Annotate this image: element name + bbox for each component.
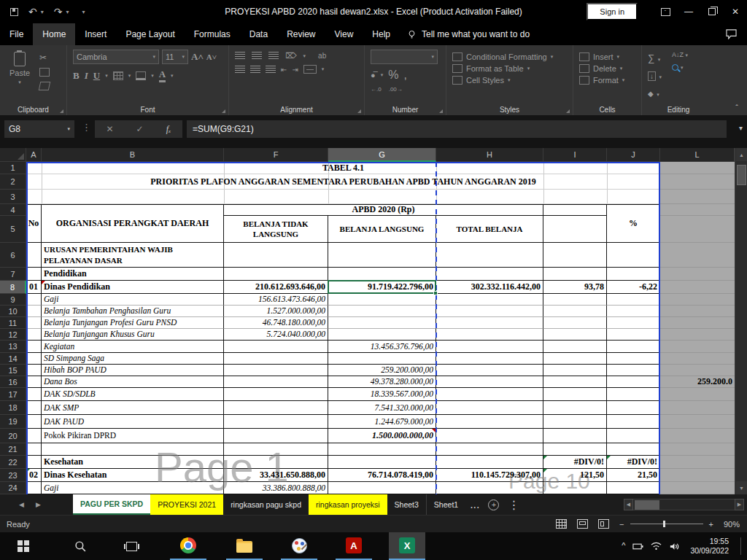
cell[interactable] xyxy=(607,353,660,365)
row-header[interactable]: 8 xyxy=(0,281,26,294)
cell[interactable]: Belanja Tambahan Penghasilan Guru xyxy=(42,306,224,317)
tab-insert[interactable]: Insert xyxy=(75,23,116,45)
cell[interactable] xyxy=(436,353,543,365)
enter-icon[interactable]: ✓ xyxy=(136,124,144,134)
borders-icon[interactable] xyxy=(113,71,123,80)
select-all-corner[interactable] xyxy=(0,148,26,162)
row-header[interactable]: 20 xyxy=(0,429,26,443)
restore-button[interactable] xyxy=(700,0,724,23)
format-cells-button[interactable]: Format▾ xyxy=(579,76,637,85)
font-color-icon[interactable]: A xyxy=(159,69,166,82)
cell[interactable] xyxy=(224,443,328,456)
row-header[interactable]: 10 xyxy=(0,306,26,317)
cell[interactable] xyxy=(224,415,328,429)
cell[interactable] xyxy=(328,456,436,469)
cell[interactable] xyxy=(436,317,543,329)
redo-dropdown-icon[interactable]: ▾ xyxy=(66,9,69,15)
align-left-icon[interactable] xyxy=(235,66,245,74)
insert-function-icon[interactable]: fₓ xyxy=(166,124,171,135)
hscroll-right-icon[interactable]: ▶ xyxy=(735,499,744,510)
cell[interactable] xyxy=(543,401,607,415)
fill-handle[interactable] xyxy=(433,291,438,295)
cell[interactable] xyxy=(436,482,543,494)
row-header[interactable]: 23 xyxy=(0,469,26,482)
taskbar-excel-button[interactable]: X xyxy=(389,532,425,560)
sheet-tab-sheet3[interactable]: Sheet3 xyxy=(387,494,426,515)
cell[interactable] xyxy=(607,401,660,415)
cell[interactable]: 210.612.693.646,00 xyxy=(224,281,328,294)
cell[interactable] xyxy=(436,376,543,388)
taskbar-explorer-button[interactable] xyxy=(226,532,263,560)
spreadsheet-grid[interactable]: ABFGHIJL1TABEL 4.12PRIORITAS PLAFON ANGG… xyxy=(0,148,747,494)
row-header[interactable]: 7 xyxy=(0,268,26,281)
cell[interactable]: 13.456.376.796,00 xyxy=(328,341,436,353)
cell[interactable] xyxy=(26,294,42,306)
conditional-formatting-button[interactable]: Conditional Formatting▾ xyxy=(452,52,568,61)
delete-cells-button[interactable]: Delete▾ xyxy=(579,64,637,73)
cell[interactable] xyxy=(543,388,607,401)
zoom-in-icon[interactable]: + xyxy=(709,520,713,529)
cell[interactable] xyxy=(607,482,660,494)
cell[interactable] xyxy=(543,294,607,306)
cell[interactable] xyxy=(224,341,328,353)
find-select-icon[interactable] xyxy=(672,64,678,71)
cell[interactable] xyxy=(543,306,607,317)
cell[interactable] xyxy=(436,329,543,341)
row-header[interactable]: 14 xyxy=(0,353,26,365)
cell[interactable] xyxy=(436,365,543,376)
row-header[interactable]: 12 xyxy=(0,329,26,341)
cell[interactable]: 91.719.422.796,00 xyxy=(328,281,436,294)
column-header[interactable]: F xyxy=(224,148,328,162)
cancel-icon[interactable]: ✕ xyxy=(107,124,114,134)
formula-input[interactable]: =SUM(G9:G21) xyxy=(187,120,727,138)
cell[interactable]: TOTAL BELANJA xyxy=(436,216,543,243)
cell[interactable] xyxy=(26,456,42,469)
cell[interactable] xyxy=(607,388,660,401)
cell[interactable] xyxy=(543,365,607,376)
cell[interactable] xyxy=(26,353,42,365)
column-header[interactable]: B xyxy=(42,148,224,162)
wifi-icon[interactable] xyxy=(651,542,662,551)
cell[interactable] xyxy=(607,268,660,281)
horizontal-scrollbar[interactable]: ◀ ▶ xyxy=(624,498,744,511)
row-header[interactable]: 1 xyxy=(0,162,26,174)
row-header[interactable]: 24 xyxy=(0,482,26,494)
hscroll-left-icon[interactable]: ◀ xyxy=(624,499,633,510)
cell[interactable] xyxy=(328,294,436,306)
cell[interactable] xyxy=(607,443,660,456)
task-view-button[interactable] xyxy=(115,532,147,560)
underline-icon[interactable]: U xyxy=(93,70,100,82)
font-dialog-launcher-icon[interactable] xyxy=(222,109,225,113)
cell[interactable] xyxy=(328,482,436,494)
cell[interactable] xyxy=(224,365,328,376)
cell[interactable]: URUSAN PEMERINTAHAN WAJIB PELAYANAN DASA… xyxy=(42,243,224,268)
cell[interactable]: 01 xyxy=(26,281,42,294)
tab-formulas[interactable]: Formulas xyxy=(185,23,240,45)
sheet-nav-right-icon[interactable]: ▶ xyxy=(36,501,41,508)
close-button[interactable]: ✕ xyxy=(724,0,747,23)
wrap-text-icon[interactable]: ab xyxy=(318,52,326,60)
cell[interactable] xyxy=(436,388,543,401)
customize-qat-icon[interactable]: ▾ xyxy=(82,9,85,15)
cell[interactable] xyxy=(328,329,436,341)
insert-cells-button[interactable]: Insert▾ xyxy=(579,52,637,61)
cell[interactable]: 5.724.040.000,00 xyxy=(224,329,328,341)
ribbon-display-options-icon[interactable]: ˆ xyxy=(654,0,677,23)
vscroll-down-icon[interactable]: ▼ xyxy=(736,481,747,494)
decrease-indent-icon[interactable]: ⇤ xyxy=(281,66,287,74)
cell[interactable] xyxy=(26,429,42,443)
cell[interactable] xyxy=(543,243,607,268)
cell[interactable] xyxy=(26,388,42,401)
clear-icon[interactable]: ◆ xyxy=(648,90,654,98)
cell[interactable] xyxy=(26,317,42,329)
cell[interactable]: 76.714.078.419,00 xyxy=(328,469,436,482)
cell[interactable]: Dinas Kesehatan xyxy=(42,469,224,482)
increase-indent-icon[interactable]: ⇥ xyxy=(292,66,298,74)
cell[interactable] xyxy=(26,306,42,317)
new-sheet-icon[interactable]: + xyxy=(488,499,499,510)
sheet-tab-ringkasan-proyeksi[interactable]: ringkasan proyeksi xyxy=(309,494,387,515)
vscroll-up-icon[interactable]: ▲ xyxy=(736,148,747,161)
redo-icon[interactable]: ↷ xyxy=(54,7,63,17)
column-header[interactable]: J xyxy=(607,148,660,162)
cell[interactable] xyxy=(607,376,660,388)
